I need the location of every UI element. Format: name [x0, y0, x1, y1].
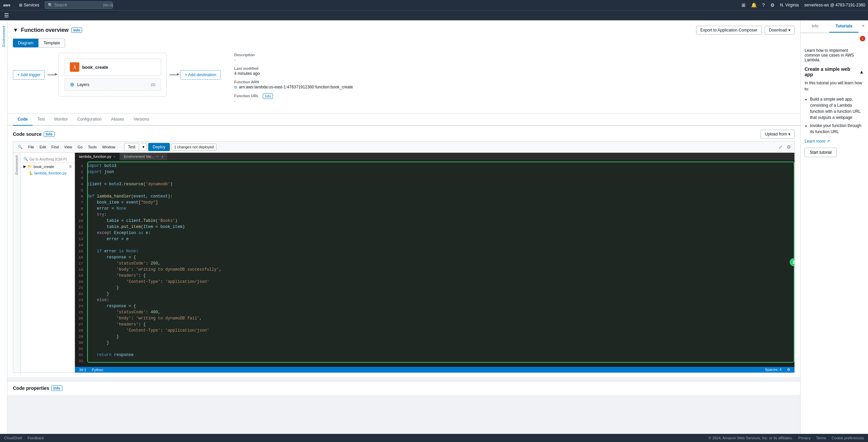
deploy-button[interactable]: Deploy: [148, 143, 170, 151]
add-trigger-button[interactable]: + Add trigger: [13, 70, 45, 80]
tutorials-tab[interactable]: Tutorials: [829, 20, 858, 33]
code-line: 13 error = e: [75, 236, 794, 242]
apps-icon[interactable]: ⊞: [742, 2, 746, 8]
toolbar-tools[interactable]: Tools: [86, 144, 99, 150]
bell-icon[interactable]: 🔔: [751, 2, 757, 8]
function-name: book_create: [82, 65, 108, 70]
toolbar-file[interactable]: File: [26, 144, 36, 150]
editor-tab-env[interactable]: Environment Var... × ℹ: [120, 153, 167, 160]
test-arrow-button[interactable]: ▾: [140, 143, 147, 151]
tab-code[interactable]: Code: [13, 113, 33, 126]
code-line: 25 'statusCode': 400,: [75, 309, 794, 315]
close-env-tab-icon[interactable]: ×: [156, 155, 158, 159]
code-editor[interactable]: 2 1 import boto3 2 import json 3: [75, 160, 794, 367]
search-shortcut: [Alt+S]: [103, 3, 113, 7]
top-nav: aws ⊞ Services 🔍 [Alt+S] ⊞ 🔔 ? ⚙ N. Virg…: [0, 0, 868, 10]
info-tab[interactable]: Info: [801, 20, 829, 33]
export-to-composer-button[interactable]: Export to Application Composer: [696, 26, 762, 35]
toolbar-search[interactable]: 🔍: [16, 144, 25, 150]
content-area: ▼ Function overview Info Export to Appli…: [7, 20, 800, 442]
code-line: 10 table = client.Table('Books'): [75, 218, 794, 224]
help-icon[interactable]: ?: [762, 2, 765, 8]
file-item[interactable]: 🐍 lambda_function.py: [21, 170, 75, 176]
function-node: λ book_create: [64, 59, 161, 76]
editor-tab-lambda[interactable]: lambda_function.py ×: [75, 153, 120, 160]
bottom-bar: CloudShell Feedback © 2024, Amazon Web S…: [0, 434, 868, 442]
settings-icon[interactable]: ⚙: [786, 144, 792, 150]
toolbar-go[interactable]: Go: [76, 144, 85, 150]
code-line: 20 'Content-Type': 'application/json': [75, 279, 794, 285]
function-url-value: -: [234, 99, 789, 104]
code-line: 2 import json: [75, 169, 794, 175]
tutorial-item-2: Invoke your function through its functio…: [810, 123, 864, 135]
layers-node: ⊕ Layers (0): [64, 78, 161, 91]
tab-aliases[interactable]: Aliases: [106, 113, 129, 126]
settings-icon[interactable]: ⚙: [770, 2, 775, 8]
code-tabs-bar: Code Test Monitor Configuration Aliases …: [7, 113, 800, 126]
code-source-info[interactable]: Info: [44, 131, 55, 137]
start-tutorial-button[interactable]: Start tutorial: [805, 148, 837, 157]
template-tab[interactable]: Template: [38, 39, 65, 47]
cookie-preferences-link[interactable]: Cookie preferences: [832, 436, 864, 440]
nav-icons: ⊞ 🔔 ? ⚙ N. Virginia serverless-ws @ 4783…: [742, 2, 865, 8]
folder-name: book_create: [34, 165, 54, 169]
environment-tab[interactable]: Environment: [0, 23, 7, 49]
search-bar[interactable]: 🔍 [Alt+S]: [45, 1, 113, 9]
editor-tabs: lambda_function.py × Environment Var... …: [75, 153, 794, 160]
function-url-info[interactable]: Info: [263, 93, 273, 99]
tab-test[interactable]: Test: [33, 113, 50, 126]
test-button[interactable]: Test: [124, 143, 139, 151]
code-line: 30 }: [75, 340, 794, 346]
code-line: 6 def lambda_handler(event, context):: [75, 193, 794, 199]
file-folder[interactable]: ▶ 📁 book_create ⚙: [21, 163, 75, 170]
copy-icon: ⧉: [234, 85, 237, 89]
code-line: 16 response = {: [75, 254, 794, 260]
region-selector[interactable]: N. Virginia: [780, 3, 799, 7]
toolbar-window[interactable]: Window: [100, 144, 117, 150]
close-panel-button[interactable]: ×: [859, 20, 868, 31]
expand-icon[interactable]: ⤢: [778, 144, 783, 150]
settings-icon[interactable]: ⚙: [787, 367, 790, 372]
tab-versions[interactable]: Versions: [129, 113, 154, 126]
upload-from-button[interactable]: Upload from ▾: [761, 130, 795, 139]
layers-count: (0): [151, 83, 155, 87]
toolbar-view[interactable]: View: [62, 144, 74, 150]
services-menu[interactable]: ⊞ Services: [16, 1, 42, 9]
code-line: 26 'body': 'writing to dynamoDB fail',: [75, 315, 794, 321]
hamburger-menu[interactable]: ☰: [4, 12, 9, 19]
code-line: 7 book_item = event["body"]: [75, 199, 794, 206]
account-menu[interactable]: serverless-ws @ 4783-7191-2360: [804, 3, 865, 7]
language-mode: Python: [92, 368, 103, 372]
close-tab-icon[interactable]: ×: [113, 155, 115, 159]
cloudshell-link[interactable]: CloudShell: [4, 436, 22, 440]
folder-action-icon[interactable]: ⚙: [69, 165, 72, 168]
notification-badge: 1: [860, 36, 865, 41]
code-props-info[interactable]: Info: [51, 385, 62, 391]
toolbar-right: ⤢ ⚙: [778, 144, 792, 150]
search-icon: 🔍: [48, 3, 53, 7]
function-diagram-box: λ book_create ⊕ Layers (0): [58, 53, 167, 97]
terms-link[interactable]: Terms: [816, 436, 826, 440]
file-search-input[interactable]: [29, 157, 72, 161]
privacy-link[interactable]: Privacy: [798, 436, 811, 440]
folder-actions: ⚙: [69, 165, 72, 168]
env-label[interactable]: Environment: [15, 155, 19, 174]
add-destination-button[interactable]: + Add destination: [180, 70, 220, 80]
diagram-tab[interactable]: Diagram: [13, 39, 38, 47]
download-button[interactable]: Download ▾: [765, 26, 795, 35]
env-sidebar: Environment: [13, 153, 21, 373]
feedback-link[interactable]: Feedback: [27, 436, 44, 440]
learn-more-text: Learn how to implement common use cases …: [805, 48, 864, 62]
toolbar-edit[interactable]: Edit: [38, 144, 48, 150]
svg-text:aws: aws: [3, 3, 11, 7]
tab-monitor[interactable]: Monitor: [50, 113, 73, 126]
right-panel: Info Tutorials × 1 Learn how to implemen…: [800, 20, 868, 442]
learn-more-link[interactable]: Learn more ↗: [805, 139, 864, 144]
external-link-icon: ↗: [827, 139, 830, 144]
toolbar-find[interactable]: Find: [50, 144, 61, 150]
info-badge[interactable]: Info: [71, 27, 82, 33]
search-input[interactable]: [54, 3, 102, 7]
chevron-up-icon[interactable]: ▲: [859, 69, 864, 75]
tab-configuration[interactable]: Configuration: [73, 113, 106, 126]
code-line: 3: [75, 175, 794, 181]
